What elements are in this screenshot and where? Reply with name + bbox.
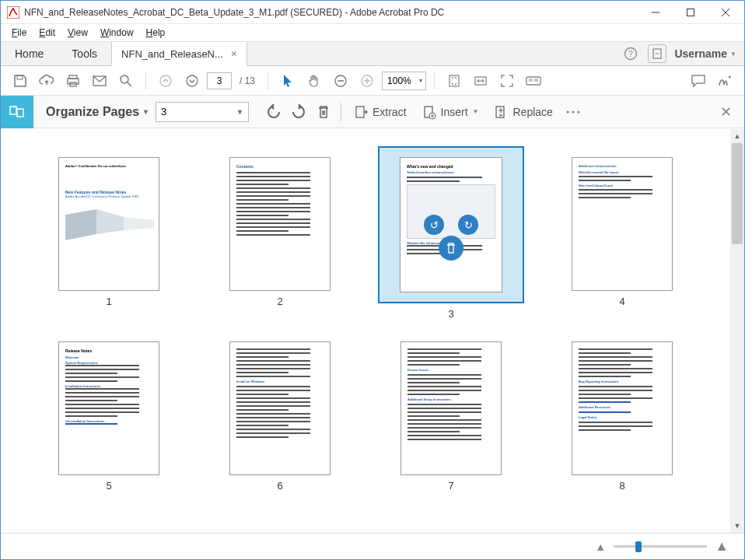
organize-page-select[interactable]: 3 ▼ — [156, 102, 249, 122]
thumbnail-zoom-bar: ▲ ▲ — [1, 533, 744, 559]
page-thumbnail[interactable]: Install on Windows 6 — [210, 341, 350, 492]
page-thumbnail[interactable]: Additional enhancements Whitelist truste… — [552, 157, 692, 320]
menu-edit[interactable]: Edit — [33, 26, 61, 40]
notification-icon[interactable] — [648, 44, 666, 63]
reading-mode-icon[interactable] — [522, 69, 545, 93]
rotate-right-icon[interactable] — [286, 100, 311, 124]
print-icon[interactable] — [61, 69, 85, 93]
page-thumbnail[interactable]: Adobe® Confidential. Do not redistribute… — [39, 157, 179, 320]
delete-overlay-icon[interactable] — [439, 236, 463, 261]
scroll-down-icon[interactable]: ▼ — [730, 519, 744, 533]
menu-help[interactable]: Help — [140, 26, 172, 40]
scroll-up-icon[interactable]: ▲ — [730, 129, 744, 143]
close-tab-icon[interactable]: × — [231, 47, 237, 60]
tab-home[interactable]: Home — [1, 42, 58, 65]
thumb-size-slider[interactable] — [614, 545, 707, 548]
fit-page-icon[interactable] — [442, 69, 466, 93]
thumb-label: 3 — [448, 308, 453, 320]
organize-toolbar: Organize Pages ▼ 3 ▼ Extract Insert ▼ Re… — [1, 96, 744, 128]
zoom-out-icon[interactable] — [329, 69, 352, 93]
chevron-down-icon: ▼ — [142, 108, 149, 116]
title-bar: NFN_and_ReleaseNotes_Acrobat_DC_Beta_Upd… — [1, 1, 744, 24]
chevron-down-icon: ▼ — [236, 108, 243, 116]
help-icon[interactable]: ? — [621, 44, 640, 63]
svg-rect-11 — [68, 79, 79, 84]
scrollbar-thumb[interactable] — [732, 143, 743, 244]
vertical-scrollbar[interactable]: ▲ ▼ — [730, 129, 744, 533]
svg-point-14 — [121, 75, 128, 83]
tab-file-label: NFN_and_ReleaseN... — [121, 48, 223, 60]
page-thumbnail[interactable]: Contents 2 — [210, 157, 350, 320]
main-toolbar: / 13 100% — [1, 66, 744, 96]
zoom-in-thumbs-icon[interactable]: ▲ — [715, 538, 729, 555]
minimize-button[interactable] — [638, 1, 673, 23]
page-total-label: / 13 — [240, 75, 255, 86]
more-options-icon[interactable] — [561, 100, 586, 124]
zoom-out-thumbs-icon[interactable]: ▲ — [595, 541, 606, 553]
cloud-upload-icon[interactable] — [35, 69, 58, 93]
thumb-label: 2 — [277, 296, 282, 307]
rotate-left-overlay-icon[interactable]: ↺ — [424, 215, 444, 235]
thumb-label: 8 — [619, 480, 624, 492]
zoom-level-select[interactable]: 100% — [382, 72, 426, 90]
sign-icon[interactable] — [713, 69, 736, 93]
select-tool-icon[interactable] — [276, 69, 299, 93]
svg-rect-25 — [526, 77, 540, 85]
save-icon[interactable] — [9, 69, 32, 93]
svg-point-40 — [577, 110, 579, 113]
svg-marker-41 — [65, 209, 96, 240]
delete-page-icon[interactable] — [311, 100, 336, 124]
menu-window[interactable]: Window — [94, 26, 140, 40]
svg-marker-43 — [124, 217, 154, 230]
thumb-label: 4 — [619, 296, 624, 307]
thumb-label: 5 — [106, 480, 111, 492]
menu-file[interactable]: File — [5, 26, 33, 40]
extract-button[interactable]: Extract — [346, 104, 414, 120]
hand-tool-icon[interactable] — [303, 69, 326, 93]
page-thumbnail[interactable]: Known Issues Additional Setup Instructio… — [381, 341, 521, 492]
replace-button[interactable]: Replace — [486, 104, 560, 120]
prev-page-icon[interactable] — [154, 69, 177, 93]
rotate-right-overlay-icon[interactable]: ↻ — [458, 215, 478, 235]
maximize-button[interactable] — [673, 1, 708, 23]
zoom-in-icon[interactable] — [355, 69, 379, 93]
thumb-label: 7 — [448, 480, 453, 492]
tab-current-file[interactable]: NFN_and_ReleaseN... × — [111, 42, 247, 66]
close-window-button[interactable] — [708, 1, 743, 23]
slider-handle[interactable] — [635, 541, 642, 552]
page-thumbnail-selected[interactable]: What's new and changed Tabbed interface … — [381, 157, 521, 320]
svg-text:?: ? — [629, 50, 634, 58]
svg-point-16 — [160, 75, 171, 86]
tab-tools[interactable]: Tools — [58, 42, 111, 65]
next-page-icon[interactable] — [180, 69, 204, 93]
close-panel-icon[interactable]: ✕ — [720, 103, 732, 121]
fit-width-icon[interactable] — [469, 69, 492, 93]
chevron-down-icon: ▼ — [730, 51, 736, 58]
page-thumbnail[interactable]: Bug Reporting Instructions Additional Re… — [552, 341, 692, 492]
svg-rect-23 — [449, 75, 459, 86]
email-icon[interactable] — [88, 69, 111, 93]
window-controls — [638, 1, 743, 23]
organize-title[interactable]: Organize Pages ▼ — [46, 105, 149, 119]
page-thumbnail[interactable]: Release Notes Welcome System Requirement… — [39, 341, 179, 492]
acrobat-icon — [7, 6, 19, 19]
rotate-left-icon[interactable] — [261, 100, 286, 124]
document-tabs: Home Tools NFN_and_ReleaseN... × ? Usern… — [1, 41, 744, 66]
username-menu[interactable]: Username ▼ — [674, 47, 736, 60]
search-icon[interactable] — [114, 69, 138, 93]
svg-rect-32 — [356, 107, 364, 117]
svg-point-17 — [187, 75, 198, 86]
menu-view[interactable]: View — [61, 26, 94, 40]
organize-pages-icon[interactable] — [1, 96, 33, 128]
insert-button[interactable]: Insert ▼ — [414, 104, 487, 120]
svg-point-38 — [566, 110, 568, 113]
svg-rect-37 — [496, 107, 504, 117]
comment-icon[interactable] — [687, 69, 710, 93]
fullscreen-icon[interactable] — [495, 69, 519, 93]
window-title: NFN_and_ReleaseNotes_Acrobat_DC_Beta_Upd… — [24, 7, 638, 18]
svg-line-15 — [128, 82, 131, 86]
svg-rect-31 — [17, 109, 23, 117]
username-label: Username — [674, 47, 727, 60]
page-number-input[interactable] — [207, 72, 232, 89]
thumbnails-area: Adobe® Confidential. Do not redistribute… — [1, 129, 730, 533]
